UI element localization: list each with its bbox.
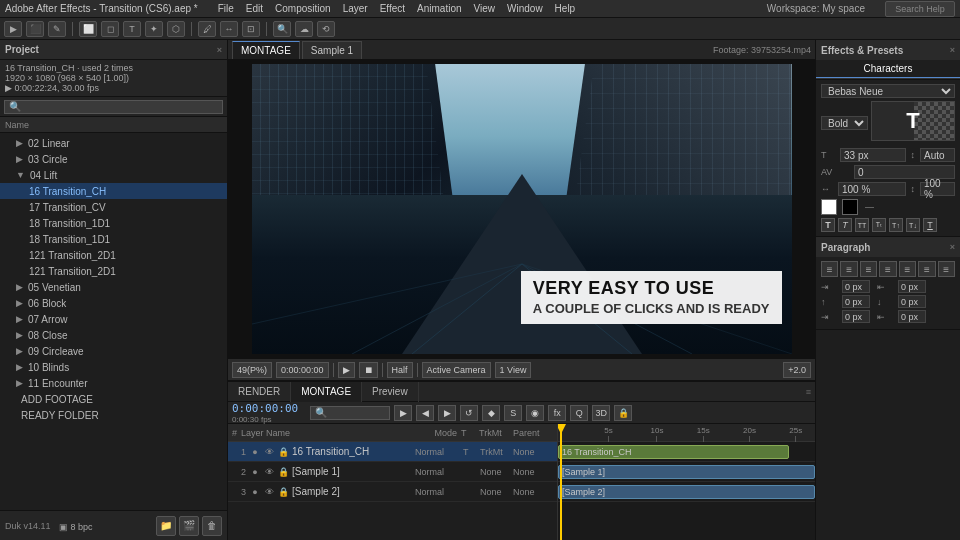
tree-item[interactable]: 121 Transition_2D1 [0,263,227,279]
stop-btn[interactable]: ⏹ [359,362,378,378]
char-btn-italic[interactable]: T [838,218,852,232]
char-btn-underline[interactable]: T [923,218,937,232]
play-btn[interactable]: ▶ [338,362,355,378]
tl-lock-icon[interactable]: 🔒 [277,486,289,498]
menu-file[interactable]: File [218,3,234,14]
paragraph-close[interactable]: × [950,242,955,252]
tl-layer-row[interactable]: 2 ● 👁 🔒 [Sample 1] Normal None None [228,462,557,482]
effects-presets-close[interactable]: × [950,45,955,55]
tl-prev-btn[interactable]: ◀ [416,405,434,421]
tree-item[interactable]: 17 Transition_CV [0,199,227,215]
indent-after-val[interactable]: 0 px [898,280,926,293]
stroke-color-swatch[interactable] [842,199,858,215]
align-justify-left-btn[interactable]: ≡ [899,261,916,277]
toolbar-btn-9[interactable]: 🖊 [198,21,216,37]
tree-item[interactable]: ▶06 Block [0,295,227,311]
tl-add-marker-btn[interactable]: ◆ [482,405,500,421]
tree-item[interactable]: ▶09 Circleave [0,343,227,359]
tree-item[interactable]: 18 Transition_1D1 [0,231,227,247]
tl-loop-btn[interactable]: ↺ [460,405,478,421]
indent-before-val[interactable]: 0 px [842,280,870,293]
zoom-btn[interactable]: 49(P%) [232,362,272,378]
menu-layer[interactable]: Layer [343,3,368,14]
tree-item[interactable]: 18 Transition_1D1 [0,215,227,231]
comp-tab-sample[interactable]: Sample 1 [302,41,362,59]
project-close-btn[interactable]: × [217,45,222,55]
toolbar-btn-11[interactable]: ⊡ [242,21,260,37]
menu-window[interactable]: Window [507,3,543,14]
toolbar-btn-14[interactable]: ⟲ [317,21,335,37]
view-btn[interactable]: 1 View [495,362,532,378]
new-comp-btn[interactable]: 🎬 [179,516,199,536]
align-center-btn[interactable]: ≡ [840,261,857,277]
tl-search-input[interactable] [310,406,390,420]
effects-presets-header[interactable]: Effects & Presets × [816,40,960,60]
tree-item[interactable]: ▶03 Circle [0,151,227,167]
tl-track-row[interactable]: [Sample 2] [558,482,815,502]
camera-btn[interactable]: Active Camera [422,362,491,378]
tl-next-btn[interactable]: ▶ [438,405,456,421]
tl-lock-btn[interactable]: 🔒 [614,405,632,421]
toolbar-btn-5[interactable]: ◻ [101,21,119,37]
tl-tab-preview[interactable]: Preview [362,382,419,402]
tl-track-row[interactable]: [Sample 1] [558,462,815,482]
char-btn-sub[interactable]: T↓ [906,218,920,232]
tl-lock-icon[interactable]: 🔒 [277,466,289,478]
toolbar-btn-13[interactable]: ☁ [295,21,313,37]
text-color-swatch[interactable] [821,199,837,215]
scale-v-value[interactable]: 100 % [920,182,955,196]
menu-effect[interactable]: Effect [380,3,405,14]
leading-value[interactable]: Auto [920,148,955,162]
tab-characters[interactable]: Characters [816,60,960,78]
new-folder-btn[interactable]: 📁 [156,516,176,536]
tl-track-row[interactable]: 16 Transition_CH [558,442,815,462]
tl-motion-blur-btn[interactable]: ◉ [526,405,544,421]
font-style-dropdown[interactable]: Bold [821,116,868,130]
paragraph-header[interactable]: Paragraph × [816,237,960,257]
tree-item[interactable]: 16 Transition_CH [0,183,227,199]
quality-btn[interactable]: Half [387,362,413,378]
tl-collapse-btn[interactable]: ≡ [806,387,811,397]
space-after-val[interactable]: 0 px [898,295,926,308]
resolution-btn[interactable]: +2.0 [783,362,811,378]
char-btn-small-caps[interactable]: Tₜ [872,218,886,232]
tl-solo-icon[interactable]: ● [249,486,261,498]
toolbar-btn-10[interactable]: ↔ [220,21,238,37]
menu-animation[interactable]: Animation [417,3,461,14]
align-justify-center-btn[interactable]: ≡ [918,261,935,277]
tree-item[interactable]: ▶10 Blinds [0,359,227,375]
toolbar-btn-8[interactable]: ⬡ [167,21,185,37]
char-btn-bold[interactable]: T [821,218,835,232]
tl-tab-montage[interactable]: MONTAGE [291,382,362,402]
font-size-value[interactable]: 33 px [840,148,906,162]
tl-playhead[interactable] [560,424,562,540]
char-btn-caps[interactable]: TT [855,218,869,232]
first-indent-val[interactable]: 0 px [842,310,870,323]
tree-item[interactable]: READY FOLDER [0,407,227,423]
tree-item[interactable]: 121 Transition_2D1 [0,247,227,263]
comp-tab-montage[interactable]: MONTAGE [232,41,300,59]
align-justify-right-btn[interactable]: ≡ [938,261,955,277]
scale-h-value[interactable]: 100 % [838,182,906,196]
tl-solo-icon[interactable]: ● [249,446,261,458]
toolbar-btn-2[interactable]: ⬛ [26,21,44,37]
tracking-value[interactable]: 0 [854,165,955,179]
tree-item[interactable]: ▶08 Close [0,327,227,343]
tl-tracks[interactable]: 5s10s15s20s25s 16 Transition_CH[Sample 1… [558,424,815,540]
tl-visible-icon[interactable]: 👁 [263,466,275,478]
tree-item[interactable]: ▶02 Linear [0,135,227,151]
tl-current-time[interactable]: 0:00:00:00 [232,402,298,415]
tl-effects-btn[interactable]: fx [548,405,566,421]
toolbar-btn-7[interactable]: ✦ [145,21,163,37]
toolbar-btn-6[interactable]: T [123,21,141,37]
project-search-input[interactable] [4,100,223,114]
tl-lock-icon[interactable]: 🔒 [277,446,289,458]
space-before-val[interactable]: 0 px [842,295,870,308]
tree-item[interactable]: ▶11 Encounter [0,375,227,391]
tl-play-btn[interactable]: ▶ [394,405,412,421]
tl-layer-row[interactable]: 3 ● 👁 🔒 [Sample 2] Normal None None [228,482,557,502]
menu-edit[interactable]: Edit [246,3,263,14]
time-display-btn[interactable]: 0:00:00:00 [276,362,329,378]
tree-item[interactable]: ADD FOOTAGE [0,391,227,407]
viewer[interactable]: VERY EASY TO USE A COUPLE OF CLICKS AND … [228,60,815,358]
